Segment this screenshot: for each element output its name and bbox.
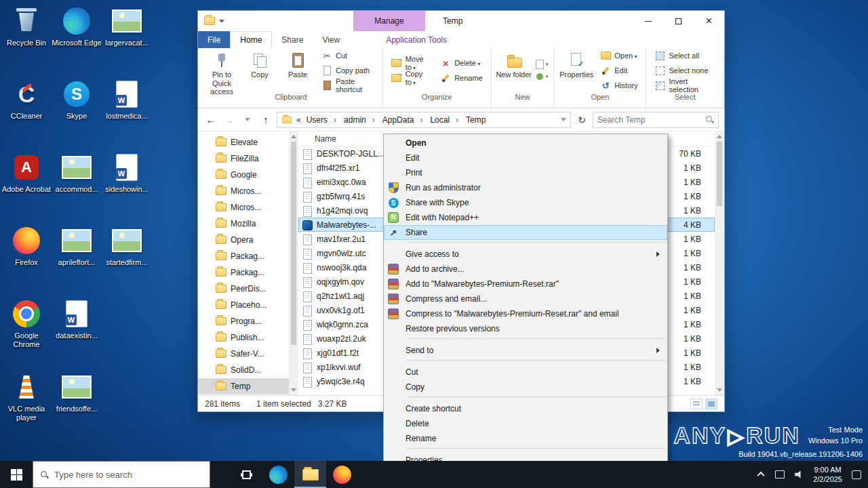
ribbon-button[interactable]: Select none [652, 64, 717, 77]
desktop-icon[interactable]: largervacat... [102, 5, 152, 79]
ribbon-button[interactable]: Paste shortcut [319, 79, 376, 92]
scrollbar-thumb[interactable] [717, 142, 722, 206]
desktop-icon[interactable]: sideshowin... [102, 152, 152, 225]
breadcrumb-item[interactable]: AppData [381, 115, 429, 125]
desktop-icon[interactable]: VLC media player [1, 371, 52, 445]
action-center-icon[interactable] [852, 470, 861, 479]
context-menu-item[interactable] [384, 448, 667, 453]
start-button[interactable] [0, 461, 33, 488]
task-view-button[interactable] [231, 461, 262, 488]
scroll-up-icon[interactable] [717, 135, 722, 138]
ribbon-tab[interactable]: Share [272, 31, 313, 48]
context-menu-item[interactable]: Give access to [384, 247, 667, 262]
tree-item[interactable]: Placeho... [198, 297, 289, 313]
breadcrumb-item[interactable]: Temp [465, 115, 487, 125]
ribbon-button[interactable]: History [598, 79, 639, 92]
context-menu-item[interactable]: Rename [384, 431, 667, 446]
refresh-icon[interactable] [574, 113, 589, 127]
context-menu-item[interactable]: Share with Skype [384, 195, 667, 210]
ribbon-button[interactable]: Rename [438, 72, 485, 85]
context-menu-item[interactable]: Compress to "Malwarebytes-Premium-Reset.… [384, 306, 667, 321]
maximize-button[interactable] [663, 11, 694, 31]
tree-item[interactable]: Micros... [198, 199, 289, 216]
forward-icon[interactable] [222, 113, 237, 127]
tree-item[interactable]: Elevate [198, 134, 289, 150]
breadcrumb-item[interactable]: Local [429, 115, 465, 125]
context-menu-item[interactable]: Add to archive... [384, 262, 667, 277]
context-menu-item[interactable]: Run as administrator [384, 180, 667, 195]
tree-item[interactable]: SolidD... [198, 362, 289, 378]
taskbar-file-explorer-button[interactable] [294, 461, 326, 488]
ribbon-button[interactable] [535, 60, 549, 69]
tree-item[interactable]: Mozilla [198, 216, 289, 232]
context-menu-item[interactable]: Share [384, 225, 667, 240]
ribbon-tab[interactable]: View [313, 31, 349, 48]
scroll-down-icon[interactable] [291, 388, 296, 392]
ribbon-button[interactable]: Open [598, 49, 639, 62]
search-input[interactable] [597, 115, 703, 125]
context-menu-item[interactable]: Open [384, 136, 667, 150]
ribbon-button[interactable]: Move to [389, 57, 433, 70]
up-icon[interactable] [258, 113, 273, 127]
ribbon-button[interactable]: Paste [279, 48, 317, 93]
tree-item[interactable]: Safer-V... [198, 346, 289, 362]
network-icon[interactable] [775, 470, 785, 479]
context-menu-item[interactable] [384, 360, 667, 365]
minimize-button[interactable] [633, 11, 663, 31]
ribbon-tab[interactable]: File [198, 31, 230, 48]
context-menu-item[interactable]: Cut [384, 365, 667, 380]
tree-scrollbar[interactable] [289, 131, 298, 395]
context-menu-item[interactable]: Add to "Malwarebytes-Premium-Reset.rar" [384, 277, 667, 291]
tree-item[interactable]: Packag... [198, 264, 289, 281]
context-menu-item[interactable]: Copy [384, 380, 667, 394]
desktop-icon[interactable]: Adobe Acrobat [1, 152, 52, 225]
tree-item[interactable]: Packag... [198, 248, 289, 264]
ribbon-tab[interactable]: Application Tools [376, 31, 456, 48]
ribbon-button[interactable]: New folder [495, 48, 533, 93]
scroll-down-icon[interactable] [717, 388, 722, 392]
tree-item[interactable]: Opera [198, 232, 289, 248]
ribbon-button[interactable] [535, 72, 549, 81]
desktop-icon[interactable]: dataexistin... [52, 298, 102, 371]
context-menu-item[interactable]: Delete [384, 416, 667, 431]
context-menu-item[interactable]: Send to [384, 343, 667, 358]
details-view-button[interactable] [690, 399, 703, 409]
tree-item[interactable]: Publish... [198, 329, 289, 346]
ribbon-button[interactable]: Copy to [389, 72, 433, 85]
tree-item[interactable]: PeerDis... [198, 281, 289, 297]
desktop-icon[interactable]: CCleaner [1, 79, 52, 152]
ribbon-button[interactable]: Copy path [319, 64, 376, 77]
file-list-scrollbar[interactable] [715, 131, 724, 395]
tree-item[interactable]: Google [198, 167, 289, 183]
ribbon-button[interactable]: Invert selection [652, 79, 717, 92]
desktop-icon[interactable]: Skype [52, 79, 102, 152]
context-menu-item[interactable] [384, 242, 667, 247]
breadcrumb-item[interactable]: Users [305, 115, 342, 125]
breadcrumb-item[interactable]: admin [342, 115, 381, 125]
explorer-search[interactable] [593, 112, 719, 128]
taskbar-firefox-button[interactable] [326, 461, 358, 488]
ribbon-button[interactable]: Delete [438, 57, 485, 70]
context-menu-item[interactable]: Print [384, 165, 667, 180]
context-menu-item[interactable]: Restore previous versions [384, 321, 667, 336]
desktop-icon[interactable]: startedfirm... [102, 225, 152, 298]
taskbar-search-input[interactable] [54, 470, 203, 480]
tree-item[interactable]: Micros... [198, 183, 289, 199]
context-menu-item[interactable] [384, 338, 667, 343]
address-input[interactable]: « UsersadminAppDataLocalTemp [277, 112, 571, 128]
taskbar-search[interactable] [33, 461, 210, 488]
desktop-icon[interactable]: Microsoft Edge [52, 5, 102, 79]
close-button[interactable] [694, 11, 724, 31]
qat-dropdown-icon[interactable] [219, 20, 224, 23]
hidden-icons-chevron-icon[interactable] [756, 470, 766, 479]
scrollbar-thumb[interactable] [291, 142, 296, 345]
ribbon-button[interactable]: Edit [598, 64, 639, 77]
desktop-icon[interactable]: friendsoffe... [52, 371, 102, 445]
desktop-icon[interactable]: Recycle Bin [1, 5, 52, 79]
context-menu-item[interactable]: Compress and email... [384, 291, 667, 306]
tree-item[interactable]: Progra... [198, 313, 289, 329]
ribbon-button[interactable]: Copy [241, 48, 279, 93]
ribbon-button[interactable]: Cut [319, 49, 376, 62]
desktop-icon[interactable]: aprileffort... [52, 225, 102, 298]
context-menu-item[interactable]: Edit [384, 150, 667, 165]
